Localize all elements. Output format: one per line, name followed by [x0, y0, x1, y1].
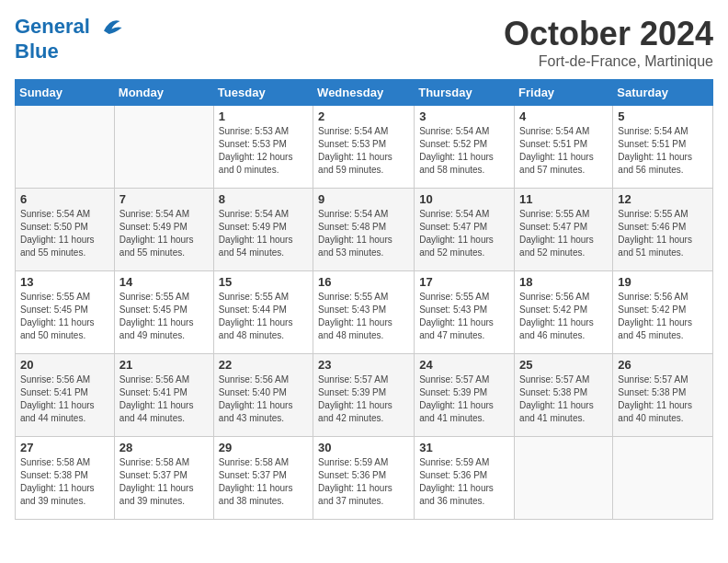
calendar-cell: 16Sunrise: 5:55 AMSunset: 5:43 PMDayligh… [313, 271, 415, 354]
calendar-cell: 30Sunrise: 5:59 AMSunset: 5:36 PMDayligh… [313, 437, 415, 520]
calendar-table: SundayMondayTuesdayWednesdayThursdayFrid… [15, 79, 713, 520]
day-number: 2 [318, 109, 409, 123]
header: General Blue October 2024 Fort-de-France… [15, 15, 713, 70]
day-number: 24 [419, 358, 509, 372]
day-info: Sunrise: 5:54 AMSunset: 5:50 PMDaylight:… [20, 208, 109, 259]
day-number: 10 [419, 192, 509, 206]
calendar-cell: 13Sunrise: 5:55 AMSunset: 5:45 PMDayligh… [16, 271, 115, 354]
calendar-cell: 1Sunrise: 5:53 AMSunset: 5:53 PMDaylight… [213, 106, 313, 189]
day-info: Sunrise: 5:55 AMSunset: 5:45 PMDaylight:… [20, 291, 109, 342]
day-info: Sunrise: 5:56 AMSunset: 5:41 PMDaylight:… [119, 373, 209, 425]
calendar-cell: 18Sunrise: 5:56 AMSunset: 5:42 PMDayligh… [515, 271, 613, 354]
day-number: 1 [219, 109, 308, 123]
calendar-cell: 26Sunrise: 5:57 AMSunset: 5:38 PMDayligh… [613, 354, 713, 437]
month-title: October 2024 [504, 15, 713, 53]
weekday-header-row: SundayMondayTuesdayWednesdayThursdayFrid… [16, 80, 713, 106]
calendar-cell: 31Sunrise: 5:59 AMSunset: 5:36 PMDayligh… [415, 437, 515, 520]
calendar-cell: 6Sunrise: 5:54 AMSunset: 5:50 PMDaylight… [16, 189, 115, 271]
title-area: October 2024 Fort-de-France, Martinique [504, 15, 713, 70]
calendar-cell: 15Sunrise: 5:55 AMSunset: 5:44 PMDayligh… [213, 271, 313, 354]
calendar-cell: 7Sunrise: 5:54 AMSunset: 5:49 PMDaylight… [114, 189, 213, 271]
day-info: Sunrise: 5:54 AMSunset: 5:47 PMDaylight:… [419, 208, 509, 259]
calendar-week-row: 13Sunrise: 5:55 AMSunset: 5:45 PMDayligh… [16, 271, 713, 354]
logo-line1: General [15, 15, 90, 38]
calendar-cell: 9Sunrise: 5:54 AMSunset: 5:48 PMDaylight… [313, 189, 415, 271]
day-info: Sunrise: 5:54 AMSunset: 5:51 PMDaylight:… [519, 125, 608, 177]
weekday-header-wednesday: Wednesday [313, 80, 415, 106]
day-info: Sunrise: 5:55 AMSunset: 5:46 PMDaylight:… [618, 208, 708, 259]
day-info: Sunrise: 5:54 AMSunset: 5:53 PMDaylight:… [318, 125, 409, 177]
day-number: 31 [419, 441, 509, 454]
day-number: 8 [219, 192, 308, 206]
calendar-cell: 28Sunrise: 5:58 AMSunset: 5:37 PMDayligh… [114, 437, 213, 520]
day-number: 12 [618, 192, 708, 206]
calendar-week-row: 20Sunrise: 5:56 AMSunset: 5:41 PMDayligh… [16, 354, 713, 437]
weekday-header-sunday: Sunday [16, 80, 115, 106]
day-number: 26 [618, 358, 708, 372]
day-info: Sunrise: 5:54 AMSunset: 5:48 PMDaylight:… [318, 208, 409, 259]
calendar-cell: 17Sunrise: 5:55 AMSunset: 5:43 PMDayligh… [415, 271, 515, 354]
weekday-header-thursday: Thursday [415, 80, 515, 106]
day-number: 16 [318, 275, 409, 289]
calendar-week-row: 1Sunrise: 5:53 AMSunset: 5:53 PMDaylight… [16, 106, 713, 189]
day-info: Sunrise: 5:59 AMSunset: 5:36 PMDaylight:… [419, 456, 509, 508]
day-info: Sunrise: 5:54 AMSunset: 5:49 PMDaylight:… [119, 208, 209, 259]
day-info: Sunrise: 5:54 AMSunset: 5:49 PMDaylight:… [219, 208, 308, 259]
day-number: 14 [119, 275, 209, 289]
day-info: Sunrise: 5:57 AMSunset: 5:39 PMDaylight:… [419, 373, 509, 425]
day-info: Sunrise: 5:58 AMSunset: 5:38 PMDaylight:… [20, 456, 109, 508]
calendar-cell: 14Sunrise: 5:55 AMSunset: 5:45 PMDayligh… [114, 271, 213, 354]
day-number: 11 [519, 192, 608, 206]
day-number: 28 [119, 441, 209, 454]
calendar-cell [515, 437, 613, 520]
day-info: Sunrise: 5:55 AMSunset: 5:44 PMDaylight:… [219, 291, 308, 342]
calendar-cell: 23Sunrise: 5:57 AMSunset: 5:39 PMDayligh… [313, 354, 415, 437]
day-number: 19 [618, 275, 708, 289]
location-title: Fort-de-France, Martinique [504, 53, 713, 70]
calendar-cell: 27Sunrise: 5:58 AMSunset: 5:38 PMDayligh… [16, 437, 115, 520]
day-number: 29 [219, 441, 308, 454]
day-info: Sunrise: 5:56 AMSunset: 5:41 PMDaylight:… [20, 373, 109, 425]
calendar-cell: 10Sunrise: 5:54 AMSunset: 5:47 PMDayligh… [415, 189, 515, 271]
calendar-cell [114, 106, 213, 189]
logo-bird-icon [97, 15, 123, 40]
calendar-week-row: 27Sunrise: 5:58 AMSunset: 5:38 PMDayligh… [16, 437, 713, 520]
day-info: Sunrise: 5:55 AMSunset: 5:47 PMDaylight:… [519, 208, 608, 259]
day-number: 23 [318, 358, 409, 372]
calendar-cell: 21Sunrise: 5:56 AMSunset: 5:41 PMDayligh… [114, 354, 213, 437]
calendar-week-row: 6Sunrise: 5:54 AMSunset: 5:50 PMDaylight… [16, 189, 713, 271]
calendar-cell: 22Sunrise: 5:56 AMSunset: 5:40 PMDayligh… [213, 354, 313, 437]
logo-text: General [15, 15, 123, 40]
day-info: Sunrise: 5:56 AMSunset: 5:42 PMDaylight:… [519, 291, 608, 342]
day-info: Sunrise: 5:58 AMSunset: 5:37 PMDaylight:… [119, 456, 209, 508]
day-number: 25 [519, 358, 608, 372]
day-number: 3 [419, 109, 509, 123]
day-info: Sunrise: 5:54 AMSunset: 5:52 PMDaylight:… [419, 125, 509, 177]
calendar-body: 1Sunrise: 5:53 AMSunset: 5:53 PMDaylight… [16, 106, 713, 520]
day-number: 27 [20, 441, 109, 454]
calendar-cell: 25Sunrise: 5:57 AMSunset: 5:38 PMDayligh… [515, 354, 613, 437]
calendar-cell: 3Sunrise: 5:54 AMSunset: 5:52 PMDaylight… [415, 106, 515, 189]
day-info: Sunrise: 5:56 AMSunset: 5:40 PMDaylight:… [219, 373, 308, 425]
day-number: 13 [20, 275, 109, 289]
weekday-header-tuesday: Tuesday [213, 80, 313, 106]
calendar-header: SundayMondayTuesdayWednesdayThursdayFrid… [16, 80, 713, 106]
day-number: 9 [318, 192, 409, 206]
calendar-cell: 24Sunrise: 5:57 AMSunset: 5:39 PMDayligh… [415, 354, 515, 437]
calendar-cell: 4Sunrise: 5:54 AMSunset: 5:51 PMDaylight… [515, 106, 613, 189]
day-number: 21 [119, 358, 209, 372]
calendar-cell: 12Sunrise: 5:55 AMSunset: 5:46 PMDayligh… [613, 189, 713, 271]
day-info: Sunrise: 5:57 AMSunset: 5:38 PMDaylight:… [618, 373, 708, 425]
day-number: 4 [519, 109, 608, 123]
day-info: Sunrise: 5:56 AMSunset: 5:42 PMDaylight:… [618, 291, 708, 342]
logo: General Blue [15, 15, 123, 63]
calendar-cell [16, 106, 115, 189]
day-number: 30 [318, 441, 409, 454]
day-info: Sunrise: 5:55 AMSunset: 5:43 PMDaylight:… [419, 291, 509, 342]
weekday-header-saturday: Saturday [613, 80, 713, 106]
calendar-cell: 5Sunrise: 5:54 AMSunset: 5:51 PMDaylight… [613, 106, 713, 189]
day-info: Sunrise: 5:54 AMSunset: 5:51 PMDaylight:… [618, 125, 708, 177]
day-number: 18 [519, 275, 608, 289]
day-number: 20 [20, 358, 109, 372]
day-number: 22 [219, 358, 308, 372]
